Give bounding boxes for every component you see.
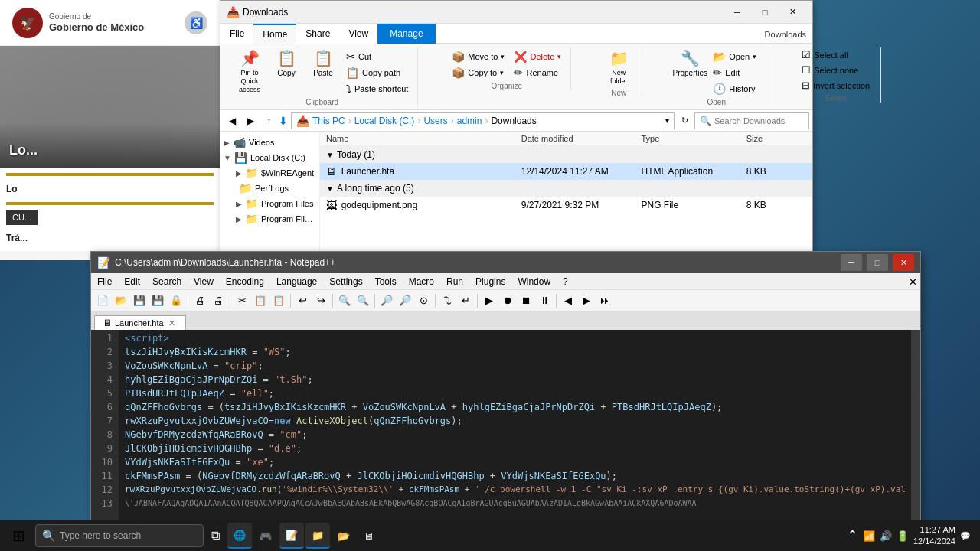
menu-tools[interactable]: Tools [369, 275, 403, 289]
taskbar-files-btn[interactable]: 📂 [332, 523, 356, 549]
cut-btn[interactable]: ✂ Cut [343, 49, 411, 64]
tree-item-winreagent[interactable]: ▶ 📁 $WinREAgent [220, 165, 319, 181]
select-none-btn[interactable]: ☐ Select none [797, 63, 874, 77]
restore-zoom-btn[interactable]: ⊙ [415, 292, 432, 309]
tab-close-btn[interactable]: ✕ [167, 318, 178, 328]
tree-item-program-files-x86[interactable]: ▶ 📁 Program Files... [220, 211, 319, 227]
ribbon-tab-view[interactable]: View [339, 24, 377, 44]
cu-button[interactable]: CU... [6, 210, 38, 225]
taskbar-notepad-btn[interactable]: 📝 [279, 523, 304, 549]
tree-item-videos[interactable]: ▶ 📹 Videos [220, 135, 319, 150]
copy-btn[interactable]: 📋 Copy [270, 47, 303, 79]
taskbar-game-btn[interactable]: 🎮 [253, 523, 278, 549]
menu-help[interactable]: ? [557, 275, 574, 289]
copy-tool-btn[interactable]: 📋 [252, 292, 269, 309]
history-btn[interactable]: 🕐 History [710, 81, 760, 96]
dropdown-arrow[interactable]: ▾ [665, 116, 669, 125]
volume-icon[interactable]: 🔊 [880, 530, 892, 542]
cut-tool-btn[interactable]: ✂ [234, 292, 250, 309]
start-button[interactable]: ⊞ [3, 522, 34, 549]
new-file-btn[interactable]: 📄 [94, 292, 111, 309]
group-header-old[interactable]: ▼ A long time ago (5) [320, 180, 812, 197]
breadcrumb-admin[interactable]: admin [457, 116, 482, 126]
time-display[interactable]: 11:27 AM 12/14/2024 [913, 524, 956, 548]
launcher-hta-tab[interactable]: 🖥 Launcher.hta ✕ [94, 315, 186, 330]
taskbar-explorer-btn[interactable]: 📁 [305, 523, 330, 549]
menu-search[interactable]: Search [146, 275, 188, 289]
stop-macro-btn[interactable]: ⏹ [518, 292, 534, 309]
col-header-name[interactable]: Name [326, 134, 521, 143]
tree-item-program-files[interactable]: ▶ 📁 Program Files [220, 196, 319, 211]
menu-settings[interactable]: Settings [323, 275, 368, 289]
delete-btn[interactable]: ❌ Delete ▾ [511, 49, 564, 64]
paste-btn[interactable]: 📋 Paste [306, 47, 340, 79]
select-all-btn[interactable]: ☑ Select all [797, 47, 874, 62]
breadcrumb-local-disk[interactable]: Local Disk (C:) [354, 116, 415, 126]
open-btn[interactable]: 📂 Open ▾ [710, 49, 760, 64]
print-now-btn[interactable]: 🖨 [210, 292, 227, 309]
ribbon-tab-manage[interactable]: Manage [377, 24, 435, 44]
menu-window[interactable]: Window [511, 275, 557, 289]
undo-btn[interactable]: ↩ [294, 292, 311, 309]
explorer-close-btn[interactable]: ✕ [779, 2, 806, 23]
menu-encoding[interactable]: Encoding [220, 275, 270, 289]
edit-btn[interactable]: ✏ Edit [710, 65, 760, 80]
close-search-btn[interactable]: ⏭ [596, 292, 613, 309]
copy-path-btn[interactable]: 📋 Copy path [343, 65, 411, 80]
taskbar-search[interactable]: 🔍 Type here to search [35, 524, 204, 547]
paste-tool-btn[interactable]: 📋 [270, 292, 287, 309]
breadcrumb-users[interactable]: Users [423, 116, 447, 126]
next-result-btn[interactable]: ▶ [578, 292, 595, 309]
group-header-today[interactable]: ▼ Today (1) [320, 146, 812, 163]
sync-scroll-btn[interactable]: ⇅ [439, 292, 456, 309]
notepad-maximize-btn[interactable]: □ [867, 254, 888, 271]
menu-run[interactable]: Run [440, 275, 469, 289]
menu-view[interactable]: View [188, 275, 220, 289]
explorer-maximize-btn[interactable]: □ [751, 2, 779, 23]
playback-btn[interactable]: ⏸ [536, 292, 553, 309]
word-wrap-btn[interactable]: ↵ [457, 292, 474, 309]
refresh-btn[interactable]: ↻ [676, 112, 693, 129]
save-btn[interactable]: 💾 [131, 292, 148, 309]
network-icon[interactable]: 📶 [863, 530, 875, 542]
col-header-type[interactable]: Type [641, 134, 746, 143]
breadcrumb-this-pc[interactable]: This PC [312, 116, 345, 126]
code-editor[interactable]: <script> tszJiHJvyBxIKisKzcmHKR = "WS"; … [119, 330, 911, 542]
save-all-btn[interactable]: 💾 [149, 292, 166, 309]
print-btn[interactable]: 🖨 [191, 292, 208, 309]
ribbon-tab-home[interactable]: Home [253, 24, 296, 44]
notepad-secondary-close-btn[interactable]: ✕ [905, 273, 920, 290]
rename-btn[interactable]: ✏ Rename [511, 65, 564, 80]
battery-icon[interactable]: 🔋 [897, 530, 909, 542]
menu-plugins[interactable]: Plugins [469, 275, 511, 289]
menu-edit[interactable]: Edit [118, 275, 146, 289]
taskbar-browser-btn[interactable]: 🌐 [227, 523, 252, 549]
file-row-launcher-hta[interactable]: 🖥 Launcher.hta 12/14/2024 11:27 AM HTML … [320, 163, 812, 180]
tree-item-perflogs[interactable]: 📁 PerfLogs [220, 181, 319, 196]
invert-selection-btn[interactable]: ⊟ Invert selection [797, 78, 874, 93]
move-to-btn[interactable]: 📦 Move to ▾ [449, 49, 508, 64]
accessibility-icon[interactable]: ♿ [185, 11, 207, 34]
notepad-close-btn[interactable]: ✕ [893, 254, 914, 271]
rec-macro-btn[interactable]: ⏺ [499, 292, 516, 309]
properties-btn[interactable]: 🔧 Properties [673, 47, 707, 79]
zoom-in-btn[interactable]: 🔎 [378, 292, 395, 309]
open-file-btn[interactable]: 📂 [113, 292, 129, 309]
menu-macro[interactable]: Macro [403, 275, 440, 289]
zoom-out-btn[interactable]: 🔎 [397, 292, 413, 309]
recent-locations-btn[interactable]: ⬇ [279, 115, 288, 127]
ribbon-tab-file[interactable]: File [220, 24, 253, 44]
col-header-size[interactable]: Size [746, 134, 806, 143]
taskbar-editor-btn[interactable]: 🖥 [358, 523, 380, 549]
vertical-scrollbar[interactable] [911, 330, 920, 542]
col-header-date[interactable]: Date modified [521, 134, 642, 143]
taskbar-task-view[interactable]: ⧉ [205, 523, 226, 549]
search-input[interactable] [714, 116, 791, 126]
notepad-minimize-btn[interactable]: ─ [841, 254, 862, 271]
copy-to-btn[interactable]: 📦 Copy to ▾ [449, 65, 508, 80]
paste-shortcut-btn[interactable]: ⤵ Paste shortcut [343, 81, 411, 96]
redo-btn[interactable]: ↪ [312, 292, 329, 309]
find-btn[interactable]: 🔍 [336, 292, 353, 309]
ribbon-tab-share[interactable]: Share [296, 24, 339, 44]
notification-center-btn[interactable]: 💬 [960, 531, 971, 541]
